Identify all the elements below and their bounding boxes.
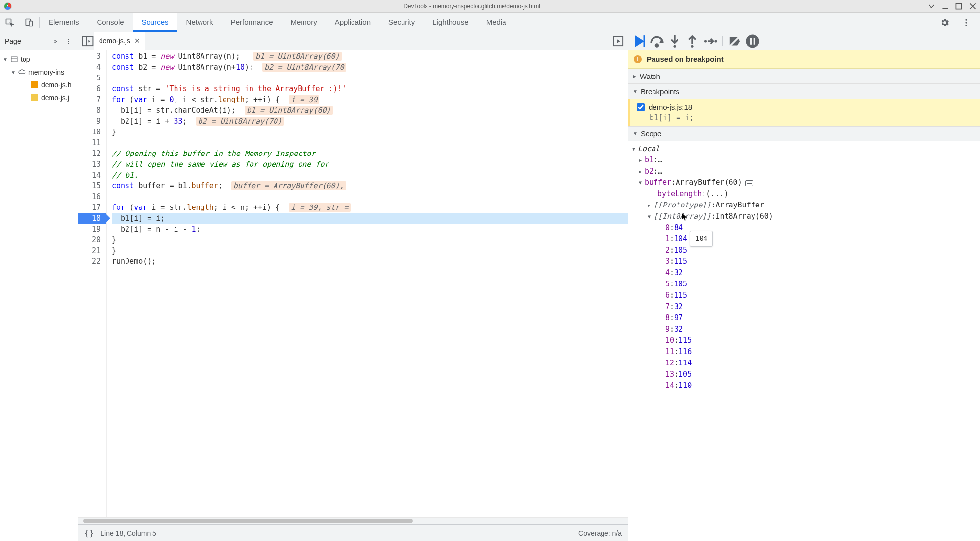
svg-rect-3: [29, 21, 33, 26]
code-editor[interactable]: 345678910111213141516171819202122 const …: [78, 50, 628, 517]
tab-memory[interactable]: Memory: [282, 13, 326, 32]
more-icon[interactable]: ⋮: [63, 36, 73, 46]
tree-item[interactable]: ▼top: [0, 53, 78, 66]
svg-rect-7: [11, 57, 17, 62]
tab-lighthouse[interactable]: Lighthouse: [424, 13, 477, 32]
inspect-element-icon[interactable]: [0, 13, 20, 32]
pretty-print-icon[interactable]: {}: [84, 528, 94, 538]
navigator-header: Page » ⋮: [0, 32, 78, 50]
debugger-panel: i Paused on breakpoint ▶ Watch ▼ Breakpo…: [628, 32, 980, 541]
scope-var-b2[interactable]: ▶b2: …: [628, 166, 980, 177]
svg-rect-23: [754, 38, 755, 45]
array-entry[interactable]: 6: 115: [628, 290, 980, 301]
svg-rect-9: [31, 81, 38, 88]
paused-banner: i Paused on breakpoint: [628, 50, 980, 69]
step-out-button[interactable]: [684, 34, 701, 48]
tab-sources[interactable]: Sources: [133, 13, 177, 32]
scope-section-header[interactable]: ▼ Scope: [628, 126, 980, 141]
svg-point-4: [965, 19, 967, 20]
svg-rect-14: [644, 35, 645, 47]
tree-item[interactable]: demo-js.j: [0, 91, 78, 104]
array-entry[interactable]: 9: 32: [628, 324, 980, 335]
watch-label: Watch: [640, 72, 660, 80]
step-into-button[interactable]: [666, 34, 683, 48]
close-icon[interactable]: [969, 3, 976, 10]
scope-var-b1[interactable]: ▶b1: …: [628, 155, 980, 166]
watch-section-header[interactable]: ▶ Watch: [628, 69, 980, 84]
breakpoints-section-header[interactable]: ▼ Breakpoints: [628, 84, 980, 99]
maximize-icon[interactable]: [955, 3, 962, 10]
resume-button[interactable]: [631, 34, 648, 48]
window-titlebar: DevTools - memory-inspector.glitch.me/de…: [0, 0, 980, 13]
array-entry[interactable]: 1: 104: [628, 233, 980, 245]
tree-item[interactable]: demo-js.h: [0, 78, 78, 91]
tab-application[interactable]: Application: [326, 13, 379, 32]
array-entry[interactable]: 4: 32: [628, 267, 980, 279]
svg-rect-11: [83, 36, 93, 45]
deactivate-breakpoints-button[interactable]: [727, 34, 743, 48]
line-gutter[interactable]: 345678910111213141516171819202122: [78, 50, 107, 517]
tab-performance[interactable]: Performance: [222, 13, 282, 32]
window-title: DevTools - memory-inspector.glitch.me/de…: [16, 3, 928, 10]
tab-network[interactable]: Network: [177, 13, 222, 32]
devtools-toolbar: ElementsConsoleSourcesNetworkPerformance…: [0, 13, 980, 32]
chevron-down-icon[interactable]: [928, 3, 935, 10]
pause-on-exceptions-button[interactable]: [744, 34, 761, 48]
svg-point-17: [691, 45, 693, 47]
close-icon[interactable]: ✕: [134, 37, 140, 45]
scope-int8array[interactable]: ▼[[Int8Array]]: Int8Array(60): [628, 211, 980, 222]
array-entry[interactable]: 3: 115: [628, 256, 980, 267]
editor-area: demo-js.js ✕ 345678910111213141516171819…: [78, 32, 628, 541]
breakpoint-checkbox[interactable]: [637, 103, 645, 111]
chrome-icon: [4, 2, 12, 10]
minimize-icon[interactable]: [942, 3, 949, 10]
panel-tabs: ElementsConsoleSourcesNetworkPerformance…: [40, 13, 935, 32]
array-entry[interactable]: 2: 105: [628, 245, 980, 256]
more-icon[interactable]: [956, 13, 976, 32]
page-navigator: Page » ⋮ ▼top▼memory-insdemo-js.hdemo-js…: [0, 32, 78, 541]
scope-tree[interactable]: ▼Local ▶b1: … ▶b2: … ▼buffer: ArrayBuffe…: [628, 141, 980, 393]
scope-prototype[interactable]: ▶[[Prototype]]: ArrayBuffer: [628, 200, 980, 211]
step-over-button[interactable]: [649, 34, 665, 48]
editor-tabs: demo-js.js ✕: [78, 32, 628, 50]
editor-scrollbar[interactable]: [78, 517, 628, 524]
array-entry[interactable]: 5: 105: [628, 279, 980, 290]
scope-var-buffer[interactable]: ▼buffer: ArrayBuffer(60): [628, 177, 980, 188]
array-entry[interactable]: 14: 110: [628, 380, 980, 391]
tab-console[interactable]: Console: [88, 13, 133, 32]
breakpoint-item[interactable]: demo-js.js:18 b1[i] = i;: [628, 99, 980, 126]
navigator-tab-label[interactable]: Page: [5, 37, 48, 45]
array-entry[interactable]: 12: 114: [628, 358, 980, 369]
tab-media[interactable]: Media: [477, 13, 515, 32]
overflow-icon[interactable]: »: [50, 36, 60, 46]
paused-text: Paused on breakpoint: [647, 55, 724, 63]
svg-point-18: [704, 40, 707, 42]
run-snippet-icon[interactable]: [612, 35, 625, 48]
file-tree: ▼top▼memory-insdemo-js.hdemo-js.j: [0, 50, 78, 107]
window-controls: [928, 3, 976, 10]
scope-bytelength[interactable]: byteLength: (...): [628, 188, 980, 200]
breakpoint-location: demo-js.js:18: [649, 103, 692, 111]
info-icon: i: [634, 55, 642, 63]
tab-elements[interactable]: Elements: [40, 13, 88, 32]
array-entry[interactable]: 11: 116: [628, 346, 980, 358]
svg-point-15: [655, 44, 658, 46]
code-content[interactable]: const b1 = new Uint8Array(n); b1 = Uint8…: [107, 50, 628, 517]
tree-item[interactable]: ▼memory-ins: [0, 66, 78, 78]
device-toolbar-icon[interactable]: [20, 13, 39, 32]
array-entry[interactable]: 7: 32: [628, 301, 980, 312]
array-entry[interactable]: 13: 105: [628, 369, 980, 380]
array-entry[interactable]: 8: 97: [628, 312, 980, 324]
editor-tab[interactable]: demo-js.js ✕: [94, 32, 145, 50]
array-entry[interactable]: 0: 84: [628, 222, 980, 233]
breakpoints-label: Breakpoints: [641, 87, 679, 96]
toggle-navigator-icon[interactable]: [81, 35, 94, 48]
array-entry[interactable]: 10: 115: [628, 335, 980, 346]
tab-security[interactable]: Security: [379, 13, 424, 32]
scrollbar-thumb[interactable]: [83, 519, 413, 523]
settings-icon[interactable]: [935, 13, 955, 32]
memory-inspector-icon[interactable]: [745, 180, 753, 186]
step-button[interactable]: [702, 34, 718, 48]
chevron-down-icon: ▼: [633, 89, 638, 94]
separator: [722, 36, 723, 46]
